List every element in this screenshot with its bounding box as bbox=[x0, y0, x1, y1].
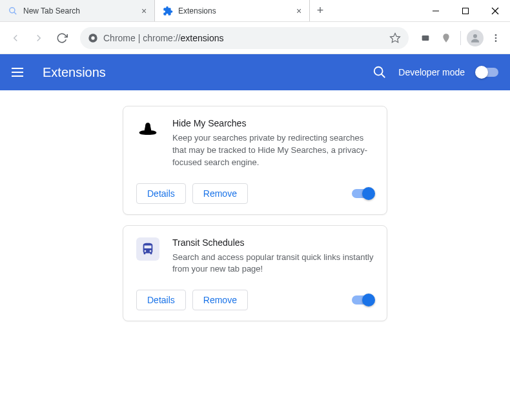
search-icon bbox=[8, 6, 18, 16]
back-button[interactable] bbox=[5, 28, 26, 48]
enable-toggle[interactable] bbox=[352, 295, 374, 305]
new-tab-button[interactable]: + bbox=[310, 0, 331, 21]
bus-icon bbox=[136, 237, 159, 261]
close-button[interactable] bbox=[480, 0, 510, 21]
profile-button[interactable] bbox=[466, 29, 484, 47]
chrome-icon bbox=[88, 33, 98, 43]
menu-button[interactable] bbox=[487, 29, 505, 47]
extension-description: Search and access popular transit quick … bbox=[172, 252, 374, 276]
svg-point-10 bbox=[473, 34, 477, 38]
address-bar[interactable]: Chrome | chrome://extensions bbox=[80, 27, 409, 49]
forward-button[interactable] bbox=[28, 28, 49, 48]
page-title: Extensions bbox=[43, 65, 106, 80]
titlebar: New Tab Search × Extensions × + bbox=[0, 0, 510, 22]
svg-rect-3 bbox=[463, 8, 469, 14]
close-icon[interactable]: × bbox=[139, 6, 149, 16]
svg-point-12 bbox=[495, 37, 497, 39]
extension-card: Transit Schedules Search and access popu… bbox=[123, 225, 387, 322]
divider bbox=[460, 31, 461, 45]
details-button[interactable]: Details bbox=[136, 290, 186, 310]
tab-title: Extensions bbox=[178, 6, 294, 15]
extensions-list: Hide My Searches Keep your searches priv… bbox=[0, 90, 510, 347]
svg-point-13 bbox=[495, 40, 497, 42]
enable-toggle[interactable] bbox=[352, 189, 374, 198]
extension-name: Transit Schedules bbox=[172, 237, 374, 248]
puzzle-icon bbox=[163, 6, 173, 16]
svg-line-1 bbox=[14, 12, 17, 14]
bookmark-icon[interactable] bbox=[389, 32, 401, 44]
menu-icon[interactable] bbox=[12, 65, 27, 80]
remove-button[interactable]: Remove bbox=[192, 183, 248, 204]
svg-point-11 bbox=[495, 34, 497, 36]
svg-point-0 bbox=[10, 7, 15, 12]
maximize-button[interactable] bbox=[451, 0, 480, 21]
remove-button[interactable]: Remove bbox=[192, 290, 248, 310]
close-icon[interactable]: × bbox=[294, 6, 304, 16]
avatar-icon bbox=[467, 30, 484, 46]
extension-name: Hide My Searches bbox=[172, 118, 374, 128]
svg-point-7 bbox=[91, 36, 94, 39]
tab-new-tab-search[interactable]: New Tab Search × bbox=[0, 0, 155, 21]
hat-icon bbox=[136, 118, 159, 141]
toolbar: Chrome | chrome://extensions bbox=[0, 22, 510, 54]
svg-line-15 bbox=[382, 74, 385, 78]
developer-mode-toggle[interactable] bbox=[476, 68, 498, 77]
extension-icon-2[interactable] bbox=[437, 29, 455, 47]
svg-point-14 bbox=[374, 67, 383, 75]
minimize-button[interactable] bbox=[421, 0, 451, 21]
tab-extensions[interactable]: Extensions × bbox=[155, 0, 310, 21]
developer-mode-label: Developer mode bbox=[398, 67, 465, 77]
extensions-header: Extensions Developer mode bbox=[0, 54, 510, 90]
details-button[interactable]: Details bbox=[136, 183, 186, 204]
reload-button[interactable] bbox=[52, 28, 72, 48]
svg-marker-8 bbox=[391, 33, 400, 42]
extension-description: Keep your searches private by redirectin… bbox=[172, 132, 374, 169]
svg-rect-9 bbox=[422, 35, 429, 41]
url-text: Chrome | chrome://extensions bbox=[103, 33, 224, 43]
extension-icon-1[interactable] bbox=[416, 29, 434, 47]
extension-card: Hide My Searches Keep your searches priv… bbox=[123, 106, 387, 215]
search-icon[interactable] bbox=[372, 65, 387, 79]
window-controls bbox=[421, 0, 510, 21]
tab-title: New Tab Search bbox=[23, 6, 139, 15]
